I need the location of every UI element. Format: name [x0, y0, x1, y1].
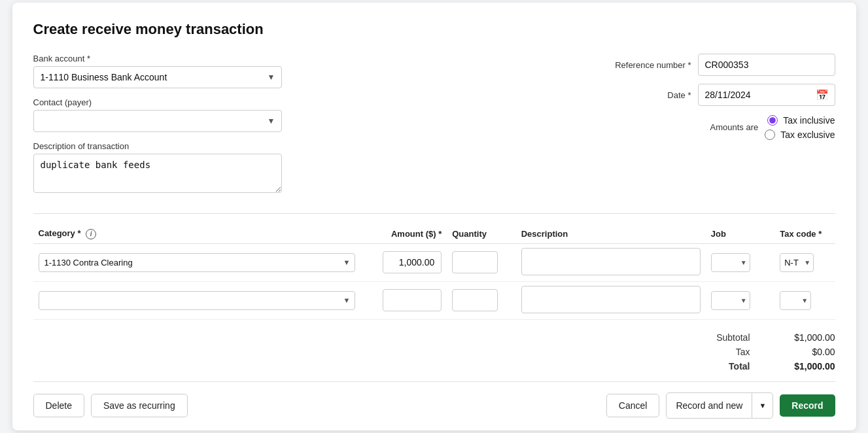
row2-job-select[interactable] [711, 291, 750, 310]
total-value: $1,000.00 [776, 361, 835, 372]
date-input[interactable] [698, 84, 835, 106]
row2-quantity-cell [447, 281, 515, 319]
bank-account-label: Bank account * [33, 54, 308, 63]
cancel-button[interactable]: Cancel [606, 394, 660, 417]
date-label: Date * [600, 90, 691, 100]
row1-taxcode-select-wrapper: N-T ▼ [780, 253, 814, 272]
description-label: Description of transaction [33, 141, 308, 151]
total-row: Total $1,000.00 [698, 359, 835, 373]
create-receive-money-modal: Create receive money transaction Bank ac… [12, 3, 856, 430]
amounts-label: Amounts are [667, 122, 758, 132]
record-and-new-button[interactable]: Record and new ▼ [666, 392, 773, 419]
row2-category-cell: ▼ [33, 281, 361, 319]
row2-category-select-wrapper: ▼ [39, 291, 356, 310]
section-divider [33, 213, 835, 214]
row1-job-select-wrapper: ▼ [711, 253, 750, 272]
tax-exclusive-label[interactable]: Tax exclusive [780, 130, 835, 140]
date-input-wrapper: 📅 [698, 84, 835, 106]
row2-amount-input[interactable] [383, 289, 442, 311]
top-section: Bank account * 1-1110 Business Bank Acco… [33, 54, 835, 195]
tax-exclusive-row: Tax exclusive [765, 130, 835, 140]
reference-label: Reference number * [600, 60, 691, 70]
reference-row: Reference number * [600, 54, 835, 76]
tax-inclusive-radio[interactable] [767, 115, 778, 126]
row1-amount-cell [360, 243, 447, 281]
row1-description-cell [516, 243, 706, 281]
table-row: 1-1130 Contra Clearing ▼ [33, 243, 835, 281]
row2-description-textarea[interactable] [521, 286, 701, 313]
row1-job-select[interactable] [711, 253, 750, 272]
row1-quantity-input[interactable] [452, 251, 498, 273]
amounts-section: Tax inclusive Tax exclusive [765, 115, 835, 140]
subtotal-value: $1,000.00 [776, 332, 835, 343]
right-fields: Reference number * Date * 📅 Amounts are [574, 54, 835, 140]
record-and-new-label: Record and new [667, 394, 752, 417]
total-label: Total [698, 361, 750, 372]
tax-exclusive-radio[interactable] [765, 130, 775, 140]
footer-left: Delete Save as recurring [33, 394, 188, 417]
footer-right: Cancel Record and new ▼ Record [606, 392, 835, 419]
bank-account-select-wrapper: 1-1110 Business Bank Account ▼ [33, 66, 282, 88]
row2-taxcode-select-wrapper: ▼ [780, 291, 811, 310]
amounts-row: Amounts are Tax inclusive Tax exclusive [667, 114, 835, 140]
row2-job-cell: ▼ [706, 281, 774, 319]
row1-amount-input[interactable] [383, 251, 442, 273]
row1-job-cell: ▼ [706, 243, 774, 281]
totals-section: Subtotal $1,000.00 Tax $0.00 Total $1,00… [33, 320, 835, 379]
row2-quantity-input[interactable] [452, 289, 498, 311]
line-items-table: Category * i Amount ($) * Quantity Descr… [33, 224, 835, 320]
tax-label: Tax [698, 347, 750, 357]
row1-quantity-cell [447, 243, 515, 281]
left-fields: Bank account * 1-1110 Business Bank Acco… [33, 54, 308, 195]
delete-button[interactable]: Delete [33, 394, 84, 417]
tax-inclusive-row: Tax inclusive [767, 115, 835, 126]
row2-taxcode-select[interactable] [780, 291, 811, 310]
header-quantity: Quantity [447, 224, 515, 243]
header-description: Description [516, 224, 706, 243]
row1-category-select-wrapper: 1-1130 Contra Clearing ▼ [39, 253, 356, 272]
header-category: Category * i [33, 224, 361, 243]
footer: Delete Save as recurring Cancel Record a… [33, 381, 835, 430]
row1-taxcode-cell: N-T ▼ [774, 243, 835, 281]
row2-taxcode-cell: ▼ [774, 281, 835, 319]
header-job: Job [706, 224, 774, 243]
table-row: ▼ [33, 281, 835, 319]
tax-row: Tax $0.00 [698, 345, 835, 359]
row1-category-cell: 1-1130 Contra Clearing ▼ [33, 243, 361, 281]
contact-select-wrapper: ▼ [33, 110, 282, 132]
contact-select[interactable] [33, 110, 282, 132]
row2-category-select[interactable] [39, 291, 356, 310]
bank-account-field: Bank account * 1-1110 Business Bank Acco… [33, 54, 308, 88]
contact-label: Contact (payer) [33, 97, 308, 107]
row1-category-select[interactable]: 1-1130 Contra Clearing [39, 253, 356, 272]
header-amount: Amount ($) * [360, 224, 447, 243]
bank-account-select[interactable]: 1-1110 Business Bank Account [33, 66, 282, 88]
record-new-chevron-icon[interactable]: ▼ [752, 396, 773, 415]
row1-taxcode-select[interactable]: N-T [780, 253, 814, 272]
description-field: Description of transaction duplicate ban… [33, 141, 308, 195]
row1-description-textarea[interactable] [521, 248, 701, 275]
contact-field: Contact (payer) ▼ [33, 97, 308, 132]
table-header: Category * i Amount ($) * Quantity Descr… [33, 224, 835, 243]
subtotal-label: Subtotal [698, 332, 750, 343]
row2-job-select-wrapper: ▼ [711, 291, 750, 310]
tax-inclusive-label[interactable]: Tax inclusive [783, 115, 835, 126]
category-info-icon[interactable]: i [86, 229, 96, 239]
row2-amount-cell [360, 281, 447, 319]
subtotal-row: Subtotal $1,000.00 [698, 330, 835, 345]
date-row: Date * 📅 [600, 84, 835, 106]
tax-value: $0.00 [776, 347, 835, 357]
save-recurring-button[interactable]: Save as recurring [91, 394, 188, 417]
table-body: 1-1130 Contra Clearing ▼ [33, 243, 835, 319]
form-body: Bank account * 1-1110 Business Bank Acco… [33, 54, 835, 379]
row2-description-cell [516, 281, 706, 319]
header-taxcode: Tax code * [774, 224, 835, 243]
reference-input[interactable] [698, 54, 835, 76]
modal-title: Create receive money transaction [33, 21, 835, 38]
description-textarea[interactable]: duplicate bank feeds [33, 154, 282, 193]
record-button[interactable]: Record [780, 394, 835, 417]
